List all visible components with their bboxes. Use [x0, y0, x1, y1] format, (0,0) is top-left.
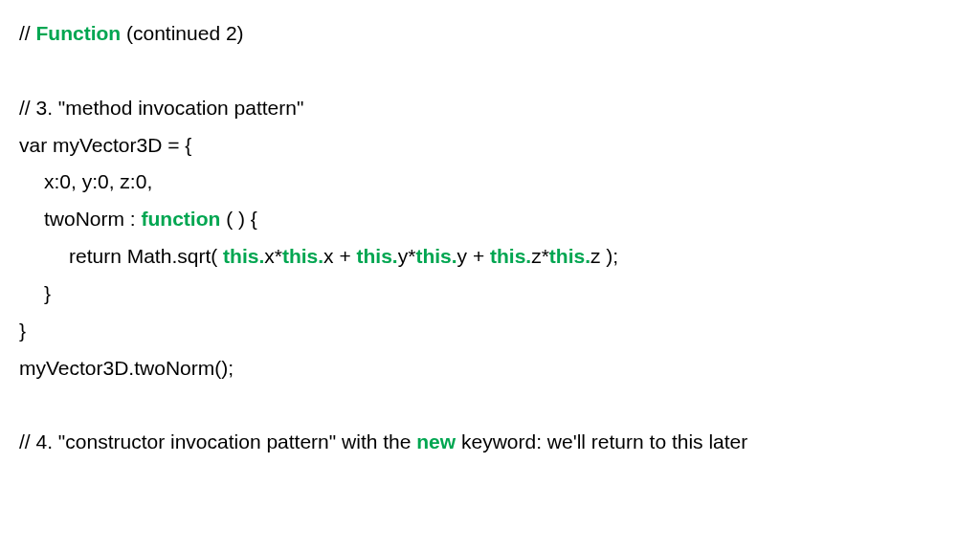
- line-3: var myVector3D = {: [19, 127, 961, 165]
- code-block: // Function (continued 2) // 3. "method …: [19, 15, 961, 461]
- keyword-function: Function: [36, 22, 122, 44]
- code-text: x +: [323, 245, 356, 267]
- code-text: z*: [531, 245, 549, 267]
- line-1: // Function (continued 2): [19, 15, 961, 53]
- blank-line: [19, 53, 961, 90]
- keyword-this: this.: [223, 245, 264, 267]
- code-text: y +: [457, 245, 490, 267]
- blank-line: [19, 386, 961, 424]
- line-9: myVector3D.twoNorm();: [19, 350, 961, 387]
- code-text: twoNorm :: [44, 208, 142, 230]
- comment-suffix: (continued 2): [121, 22, 243, 44]
- code-text: y*: [398, 245, 416, 267]
- comment-text: // 4. "constructor invocation pattern" w…: [19, 430, 416, 452]
- code-text: x*: [264, 245, 282, 267]
- line-2: // 3. "method invocation pattern": [19, 90, 961, 127]
- keyword-function: function: [142, 208, 221, 230]
- line-4: x:0, y:0, z:0,: [19, 164, 961, 201]
- code-text: myVector3D.twoNorm();: [19, 357, 234, 379]
- keyword-this: this.: [490, 245, 531, 267]
- comment-text: // 3. "method invocation pattern": [19, 97, 303, 119]
- comment-prefix: //: [19, 22, 36, 44]
- line-7: }: [19, 276, 961, 313]
- code-text: }: [19, 320, 26, 342]
- line-8: }: [19, 313, 961, 350]
- keyword-this: this.: [549, 245, 590, 267]
- code-text: }: [44, 282, 51, 304]
- code-text: x:0, y:0, z:0,: [44, 170, 152, 192]
- keyword-new: new: [416, 430, 456, 452]
- line-10: // 4. "constructor invocation pattern" w…: [19, 424, 961, 461]
- code-text: z );: [590, 245, 618, 267]
- keyword-this: this.: [357, 245, 398, 267]
- code-text: return Math.sqrt(: [69, 245, 223, 267]
- code-text: ( ) {: [220, 208, 257, 230]
- comment-text: keyword: we'll return to this later: [456, 430, 747, 452]
- keyword-this: this.: [282, 245, 323, 267]
- line-5: twoNorm : function ( ) {: [19, 201, 961, 238]
- code-text: var myVector3D = {: [19, 134, 191, 156]
- keyword-this: this.: [415, 245, 457, 267]
- line-6: return Math.sqrt( this.x*this.x + this.y…: [19, 238, 961, 276]
